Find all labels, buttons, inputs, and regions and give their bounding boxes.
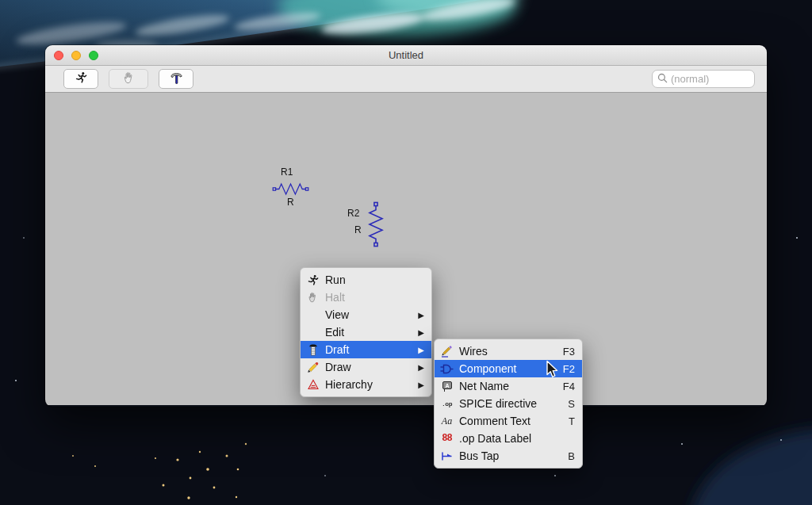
submenu-arrow-icon: ▶ [418,363,424,372]
submenu-item-label: SPICE directive [459,397,537,410]
menu-item-label: Run [325,274,346,286]
submenu-item-label: Component [459,362,516,375]
hammer-icon [169,71,184,88]
submenu-item-label: Net Name [459,380,509,392]
context-menu: Run Halt View ▶ Edit ▶ Draft ▶ Draw ▶ Hi… [300,267,432,397]
halt-hand-icon [123,71,135,87]
menu-item-view[interactable]: View ▶ [301,306,431,323]
menu-item-label: View [325,308,349,321]
window-title: Untitled [45,45,767,65]
component-gate-icon [439,364,455,374]
shortcut-label: T [569,415,575,427]
draft-screw-icon [304,344,321,356]
minimize-button[interactable] [71,51,81,60]
menu-item-run[interactable]: Run [301,271,431,289]
menu-item-label: Halt [325,291,345,304]
submenu-item-label: Bus Tap [459,450,499,462]
run-button[interactable] [63,69,98,89]
submenu-item-label: .op Data Label [459,432,531,445]
menu-item-edit[interactable]: Edit ▶ [301,323,431,341]
run-icon [75,71,87,87]
draw-pencil-icon [304,362,321,373]
tools-button[interactable] [159,69,193,89]
traffic-lights [54,51,98,60]
submenu-item-wires[interactable]: Wires F3 [435,342,582,360]
close-button[interactable] [54,51,63,60]
spice-directive-icon: .op [439,400,455,407]
comment-text-icon: Aa [439,415,455,427]
titlebar[interactable]: Untitled [45,45,767,66]
wires-pencil-icon [439,346,455,358]
hierarchy-triangle-icon [304,379,321,390]
shortcut-label: B [568,450,575,462]
halt-hand-icon [304,292,321,303]
component-value-label: R [287,197,294,208]
halt-button[interactable] [109,69,148,89]
submenu-arrow-icon: ▶ [418,328,424,337]
component-value-label: R [354,224,362,235]
menu-item-label: Draw [325,361,351,373]
svg-text:A: A [445,382,449,388]
toolbar [45,66,767,93]
shortcut-label: F2 [563,363,575,375]
run-icon [304,274,321,286]
resistor-symbol-vertical[interactable] [366,201,386,247]
submenu-item-label: Comment Text [459,415,530,427]
shortcut-label: S [568,398,575,410]
search-field[interactable] [652,70,755,88]
submenu-item-comment-text[interactable]: Aa Comment Text T [435,412,582,430]
shortcut-label: F4 [563,381,575,392]
menu-item-hierarchy[interactable]: Hierarchy ▶ [301,376,431,393]
menu-item-label: Draft [325,343,349,356]
submenu-item-spice-directive[interactable]: .op SPICE directive S [435,395,582,412]
submenu-arrow-icon: ▶ [418,381,424,389]
submenu-item-op-data-label[interactable]: 88 .op Data Label [435,430,582,447]
component-ref-label: R1 [281,166,293,178]
search-icon [657,72,668,86]
menu-item-draft[interactable]: Draft ▶ [301,341,431,358]
menu-item-draw[interactable]: Draw ▶ [301,358,431,376]
bus-tap-icon [439,451,455,461]
component-ref-label: R2 [347,208,359,219]
submenu-item-net-name[interactable]: A Net Name F4 [435,377,582,395]
submenu-item-component[interactable]: Component F2 [435,360,582,377]
submenu-item-bus-tap[interactable]: Bus Tap B [435,447,582,465]
menu-item-halt[interactable]: Halt [301,289,431,306]
menu-item-label: Edit [325,326,344,339]
menu-item-label: Hierarchy [325,378,373,391]
submenu-item-label: Wires [459,345,488,358]
submenu-arrow-icon: ▶ [418,346,424,354]
draft-submenu: Wires F3 Component F2 A Net Name F4 .op … [434,339,583,469]
mouse-cursor-icon [546,360,558,382]
search-input[interactable] [671,73,749,85]
shortcut-label: F3 [563,346,575,358]
submenu-arrow-icon: ▶ [418,311,424,319]
net-name-label-icon: A [439,381,455,392]
zoom-button[interactable] [89,51,98,60]
op-data-label-icon: 88 [439,433,455,444]
resistor-symbol-horizontal[interactable] [270,181,312,197]
